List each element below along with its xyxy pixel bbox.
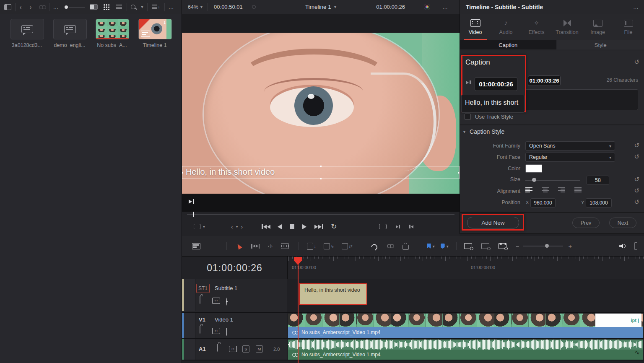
scrubber-playhead[interactable] bbox=[193, 212, 194, 217]
viewer-zoom-select[interactable]: 64% ▾ bbox=[188, 4, 203, 10]
size-slider-knob[interactable] bbox=[532, 178, 536, 182]
track-visibility-icon[interactable] bbox=[226, 298, 227, 306]
detail-zoom-icon[interactable] bbox=[499, 243, 506, 249]
reset-font-family-icon[interactable]: ↺ bbox=[634, 142, 639, 148]
filmstrip-view-icon[interactable] bbox=[87, 4, 100, 10]
solo-button[interactable]: S bbox=[242, 345, 249, 353]
stop-button[interactable] bbox=[290, 224, 294, 229]
audio-track-header[interactable]: A1 S M 2.0 bbox=[182, 339, 287, 360]
prev-button[interactable]: Prev bbox=[572, 218, 600, 228]
tab-video[interactable]: Video bbox=[460, 14, 491, 40]
tab-effects[interactable]: ✧ Effects bbox=[521, 14, 552, 40]
search-icon[interactable] bbox=[127, 5, 139, 9]
media-item[interactable]: 3a0128cd3... bbox=[10, 19, 46, 48]
auto-select-icon[interactable] bbox=[229, 346, 237, 352]
reset-caption-icon[interactable]: ↺ bbox=[634, 59, 639, 65]
timeline-ruler[interactable]: 01:00:00:00 01:00:08:00 bbox=[288, 257, 644, 279]
razor-tool-icon[interactable] bbox=[281, 243, 289, 249]
video-preview[interactable]: Hello, in this short video bbox=[182, 33, 460, 194]
play-to-out-icon[interactable] bbox=[189, 199, 460, 204]
tab-transition[interactable]: Transition bbox=[552, 14, 582, 40]
audio-clip-waveform[interactable]: ∿ bbox=[288, 340, 643, 350]
video-clip-thumbnails[interactable]: ipt | bbox=[288, 314, 643, 327]
align-right-button[interactable] bbox=[558, 187, 565, 192]
inspector-more-icon[interactable]: … bbox=[633, 4, 639, 10]
replace-clip-icon[interactable]: ⇄ bbox=[342, 243, 352, 249]
color-swatch[interactable] bbox=[525, 164, 542, 173]
audio-monitor-icon[interactable] bbox=[619, 244, 626, 248]
font-family-select[interactable]: Open Sans ▾ bbox=[525, 141, 615, 150]
align-justify-button[interactable] bbox=[574, 187, 582, 192]
reset-font-face-icon[interactable]: ↺ bbox=[634, 153, 639, 160]
overwrite-clip-icon[interactable]: ↳ bbox=[324, 243, 334, 249]
play-button[interactable] bbox=[302, 224, 306, 229]
loop-clip-icon[interactable] bbox=[379, 224, 387, 229]
font-face-select[interactable]: Regular ▾ bbox=[525, 153, 615, 162]
tab-audio[interactable]: ♪ Audio bbox=[491, 14, 521, 40]
back-icon[interactable]: ‹ bbox=[16, 4, 26, 10]
subtab-style[interactable]: Style bbox=[556, 40, 644, 49]
caption-overlay-box[interactable]: Hello, in this short video bbox=[182, 166, 460, 179]
tab-image[interactable]: Image bbox=[582, 14, 613, 40]
caption-style-header[interactable]: ▾ Caption Style bbox=[463, 128, 504, 135]
grid-view-icon[interactable] bbox=[100, 4, 112, 10]
use-track-style-row[interactable]: Use Track Style bbox=[465, 114, 513, 120]
audio-fade-curve-icon[interactable]: ∿ bbox=[634, 349, 640, 356]
selection-tool-icon[interactable] bbox=[237, 244, 241, 249]
caption-text-magnified-box[interactable]: Hello, in this short bbox=[461, 95, 525, 113]
use-track-style-checkbox[interactable] bbox=[465, 114, 471, 120]
position-lock-icon[interactable] bbox=[402, 243, 409, 250]
reset-alignment-icon[interactable]: ↺ bbox=[634, 187, 639, 194]
relink-icon[interactable] bbox=[36, 5, 49, 9]
subtab-caption[interactable]: Caption bbox=[460, 40, 556, 49]
media-item[interactable]: ♪ No subs_A... bbox=[96, 19, 131, 48]
insert-clip-icon[interactable]: ↓ bbox=[307, 243, 316, 250]
out-timecode-field[interactable]: 01:00:03:26 bbox=[528, 75, 561, 86]
auto-select-icon[interactable] bbox=[212, 328, 220, 334]
next-button[interactable]: Next bbox=[609, 218, 636, 228]
link-clips-icon[interactable] bbox=[387, 244, 394, 248]
timeline-view-options-icon[interactable] bbox=[192, 243, 200, 249]
zoom-to-window-icon[interactable] bbox=[481, 243, 489, 249]
dynamic-trim-icon[interactable]: ‹› bbox=[268, 244, 273, 249]
extend-to-playhead-icon[interactable] bbox=[466, 80, 471, 84]
more-options-icon[interactable]: … bbox=[49, 4, 62, 10]
zoom-full-extent-icon[interactable] bbox=[464, 243, 472, 249]
marker-button[interactable]: ▾ bbox=[441, 244, 449, 249]
video-enable-icon[interactable] bbox=[226, 328, 227, 336]
in-timecode-field[interactable]: 01:00:00:26 bbox=[475, 77, 517, 91]
reset-size-icon[interactable]: ↺ bbox=[634, 176, 639, 182]
snapping-icon[interactable] bbox=[371, 243, 378, 249]
trim-edit-mode-icon[interactable] bbox=[251, 244, 260, 249]
viewer-scrubber[interactable] bbox=[182, 212, 460, 217]
timeline-zoom-slider[interactable] bbox=[523, 246, 563, 246]
size-value-field[interactable]: 58 bbox=[587, 176, 609, 185]
align-left-button[interactable] bbox=[525, 187, 532, 192]
position-x-field[interactable]: 960.000 bbox=[530, 198, 556, 207]
lock-icon[interactable] bbox=[200, 326, 200, 334]
subtitle-clip[interactable]: Hello, in this short video bbox=[299, 283, 367, 305]
video-clip-name-bar[interactable]: No subs_Amberscript_Video 1.mp4 bbox=[288, 327, 643, 338]
align-center-button[interactable] bbox=[542, 187, 549, 192]
zoom-out-icon[interactable]: − bbox=[516, 243, 519, 250]
play-reverse-button[interactable] bbox=[278, 224, 282, 229]
loop-playback-icon[interactable]: ↻ bbox=[331, 222, 337, 231]
mixer-toggle-icon[interactable] bbox=[634, 242, 637, 250]
video-track-header[interactable]: V1 Video 1 bbox=[182, 313, 287, 338]
loop-range-control[interactable]: ‹ ● › bbox=[231, 223, 243, 230]
sidebar-toggle-icon[interactable] bbox=[0, 4, 15, 10]
thumbnail-size-slider[interactable] bbox=[62, 5, 87, 9]
go-to-end-button[interactable] bbox=[314, 224, 323, 229]
mute-button[interactable]: M bbox=[256, 345, 263, 353]
position-y-field[interactable]: 108.000 bbox=[586, 198, 612, 207]
play-to-out-button[interactable] bbox=[396, 225, 400, 228]
reset-position-icon[interactable]: ↺ bbox=[634, 199, 639, 205]
playhead-line[interactable] bbox=[298, 257, 299, 363]
sort-icon[interactable]: ↓ bbox=[148, 5, 164, 9]
play-from-in-button[interactable] bbox=[409, 225, 413, 228]
transform-tool-select[interactable]: ▾ bbox=[194, 224, 205, 229]
color-grading-icon[interactable] bbox=[424, 4, 430, 10]
go-to-start-button[interactable] bbox=[262, 224, 270, 229]
flag-button[interactable]: ▾ bbox=[427, 244, 435, 249]
viewer-more-icon[interactable]: … bbox=[442, 4, 448, 10]
